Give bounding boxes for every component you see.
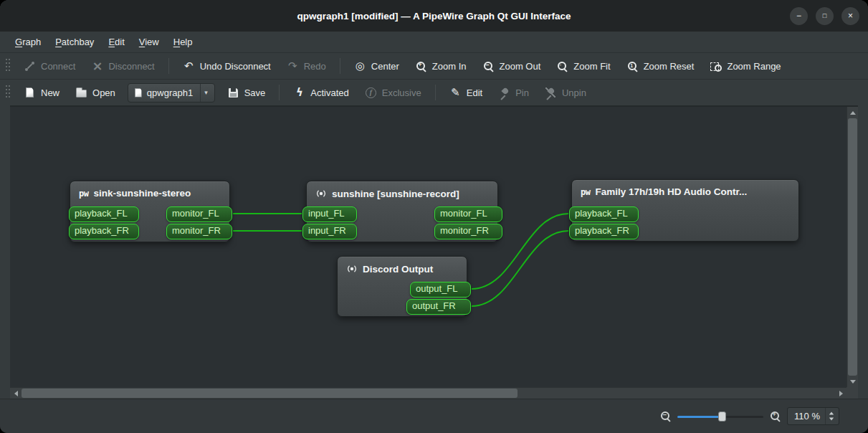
zoom-out-label: Zoom Out xyxy=(500,62,541,71)
center-icon: ◎ xyxy=(354,60,366,72)
scroll-up-button[interactable] xyxy=(847,107,859,118)
port-output-fr[interactable]: output_FR xyxy=(406,299,471,315)
port-input-fr[interactable]: input_FR xyxy=(302,224,357,239)
zoom-slider[interactable] xyxy=(677,411,763,422)
toolbar-separator xyxy=(168,58,169,74)
spin-down-button[interactable] xyxy=(829,418,834,421)
horizontal-scrollbar[interactable] xyxy=(10,387,846,399)
slider-handle[interactable] xyxy=(718,411,726,422)
menu-help[interactable]: Help xyxy=(167,34,199,50)
edit-button[interactable]: ✎ Edit xyxy=(442,82,490,103)
node-header: sunshine [sunshine-record] xyxy=(307,181,497,199)
titlebar[interactable]: qpwgraph1 [modified] — A PipeWire Graph … xyxy=(0,0,868,32)
pipewire-icon: pw xyxy=(79,189,88,199)
redo-button[interactable]: ↷ Redo xyxy=(280,56,333,76)
menu-view-rest: iew xyxy=(145,37,159,47)
port-playback-fl[interactable]: playback_FL xyxy=(69,206,139,222)
pin-button[interactable]: Pin xyxy=(491,82,536,103)
zoom-reset-label: Zoom Reset xyxy=(644,62,695,71)
redo-label: Redo xyxy=(304,62,326,71)
graph-view: pw sink-sunshine-stereo playback_FL play… xyxy=(10,105,858,399)
port-monitor-fl[interactable]: monitor_FL xyxy=(166,206,232,222)
menu-edit[interactable]: Edit xyxy=(102,34,130,50)
scroll-right-button[interactable] xyxy=(835,388,846,399)
connect-icon xyxy=(24,60,36,72)
zoom-in-icon xyxy=(415,60,427,72)
node-sunshine-record[interactable]: sunshine [sunshine-record] input_FL inpu… xyxy=(306,181,498,242)
close-icon: × xyxy=(848,11,853,20)
activated-label: Activated xyxy=(310,88,348,97)
zoom-spinbox[interactable]: 110 % xyxy=(787,407,839,425)
menu-view[interactable]: View xyxy=(133,34,166,50)
node-discord-output[interactable]: Discord Output output_FL output_FR xyxy=(337,256,467,317)
port-playback-fr[interactable]: playback_FR xyxy=(69,224,139,239)
unpin-button[interactable]: Unpin xyxy=(538,82,593,103)
patchbay-file-combo[interactable]: qpwgraph1 ▾ xyxy=(128,83,215,103)
spin-arrows xyxy=(825,408,837,424)
toolbar-drag-handle[interactable] xyxy=(6,59,11,73)
zoom-in-label: Zoom In xyxy=(432,62,467,71)
horizontal-scroll-handle[interactable] xyxy=(22,389,518,398)
port-output-fl[interactable]: output_FL xyxy=(410,282,471,298)
menu-edit-mnemonic: E xyxy=(108,37,115,47)
activated-button[interactable]: ϟ Activated xyxy=(286,82,356,103)
vertical-scrollbar[interactable] xyxy=(846,107,858,387)
close-button[interactable]: × xyxy=(841,7,859,25)
menu-graph[interactable]: Graph xyxy=(9,34,47,50)
save-label: Save xyxy=(244,88,266,97)
node-header: pw Family 17h/19h HD Audio Contr... xyxy=(572,180,798,197)
zoom-reset-button[interactable]: Zoom Reset xyxy=(619,56,702,76)
toolbar-drag-handle[interactable] xyxy=(6,85,11,100)
new-button[interactable]: New xyxy=(16,82,67,103)
undo-disconnect-button[interactable]: ↶ Undo Disconnect xyxy=(176,56,278,76)
pin-label: Pin xyxy=(515,88,529,97)
port-playback-fl[interactable]: playback_FL xyxy=(569,206,639,222)
exclusive-button[interactable]: Exclusive xyxy=(358,82,429,103)
node-title: Discord Output xyxy=(363,264,433,275)
port-monitor-fl[interactable]: monitor_FL xyxy=(434,206,502,222)
scrollbar-corner xyxy=(846,387,858,399)
port-monitor-fr[interactable]: monitor_FR xyxy=(434,224,502,239)
open-button[interactable]: Open xyxy=(68,82,123,103)
port-playback-fr[interactable]: playback_FR xyxy=(569,224,639,239)
disconnect-button[interactable]: × Disconnect xyxy=(84,56,161,76)
scroll-left-button[interactable] xyxy=(10,388,22,399)
zoom-range-button[interactable]: Zoom Range xyxy=(702,56,788,76)
port-input-fl[interactable]: input_FL xyxy=(302,206,357,222)
menu-help-mnemonic: H xyxy=(173,37,180,47)
toolbar-graph: Connect × Disconnect ↶ Undo Disconnect ↷… xyxy=(0,52,868,79)
unpin-icon xyxy=(545,87,557,98)
node-title: Family 17h/19h HD Audio Contr... xyxy=(595,186,747,197)
zoom-fit-button[interactable]: Zoom Fit xyxy=(549,56,617,76)
zoom-range-label: Zoom Range xyxy=(727,62,781,71)
spin-up-button[interactable] xyxy=(829,412,834,415)
connection-wires xyxy=(10,107,846,387)
graph-canvas[interactable]: pw sink-sunshine-stereo playback_FL play… xyxy=(10,107,846,387)
zoom-in-icon[interactable] xyxy=(770,411,781,422)
node-family-hd-audio[interactable]: pw Family 17h/19h HD Audio Contr... play… xyxy=(571,179,799,242)
patchbay-file-value: qpwgraph1 xyxy=(147,87,193,98)
center-button[interactable]: ◎ Center xyxy=(347,56,406,76)
statusbar: 110 % xyxy=(0,399,868,433)
zoom-out-button[interactable]: Zoom Out xyxy=(475,56,548,76)
menu-patchbay[interactable]: Patchbay xyxy=(49,34,100,50)
node-sink-sunshine-stereo[interactable]: pw sink-sunshine-stereo playback_FL play… xyxy=(70,181,230,242)
vertical-scroll-handle[interactable] xyxy=(848,118,857,376)
pipewire-icon: pw xyxy=(581,187,590,197)
zoom-out-icon[interactable] xyxy=(660,411,671,422)
menu-help-rest: elp xyxy=(180,37,192,47)
save-button[interactable]: Save xyxy=(220,82,273,103)
zoom-fit-icon xyxy=(556,60,568,72)
zoom-in-button[interactable]: Zoom In xyxy=(408,56,474,76)
new-file-icon xyxy=(24,87,36,98)
maximize-button[interactable]: □ xyxy=(816,7,834,25)
port-monitor-fr[interactable]: monitor_FR xyxy=(166,224,232,239)
toolbar-separator xyxy=(279,85,280,100)
menu-view-mnemonic: V xyxy=(139,37,145,47)
minimize-button[interactable]: − xyxy=(790,7,808,25)
edit-pencil-icon: ✎ xyxy=(449,87,462,98)
zoom-value: 110 % xyxy=(794,411,820,422)
scroll-down-button[interactable] xyxy=(847,376,859,387)
exclusive-label: Exclusive xyxy=(382,88,421,97)
connect-button[interactable]: Connect xyxy=(16,56,82,76)
